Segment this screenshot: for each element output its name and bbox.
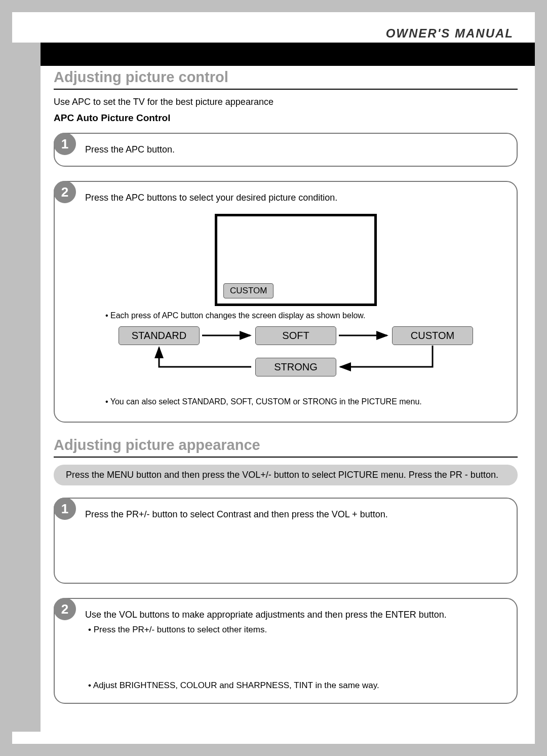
mode-soft: SOFT [255,326,336,345]
step-number-icon: 1 [54,133,76,155]
mode-strong: STRONG [255,358,336,376]
section1-title: Adjusting picture control [54,69,518,86]
section2-bullet1: Press the PR+/- buttons to select other … [88,625,506,635]
mode-flow-diagram: STANDARD SOFT CUSTOM STRONG [119,326,473,392]
content: Adjusting picture control Use APC to set… [54,67,518,718]
section1-step1-box: 1 Press the APC button. [54,133,518,167]
step-number-icon: 2 [54,598,76,620]
step-number-icon: 1 [54,498,76,520]
section1-step2-text: Press the APC buttons to select your des… [85,191,506,205]
section2-step1-text: Press the PR+/- button to select Contras… [85,508,506,521]
section1-subhead: APC Auto Picture Control [54,112,518,124]
section1-rule [54,89,518,90]
section2-rule [54,457,518,458]
section1-step2-box: 2 Press the APC buttons to select your d… [54,181,518,423]
step-number-icon: 2 [54,181,76,203]
section1-bullet2: You can also select STANDARD, SOFT, CUST… [105,397,506,406]
section1-step1-text: Press the APC button. [85,143,506,157]
header-label: OWNER'S MANUAL [386,26,514,41]
tv-mode-label: CUSTOM [223,283,274,298]
section2-title: Adjusting picture appearance [54,437,518,453]
section1-bullet1: Each press of APC button changes the scr… [105,311,506,320]
section2-step2-text: Use the VOL buttons to make appropriate … [85,608,506,622]
section2-chip: Press the MENU button and then press the… [54,465,518,485]
header-bar [12,43,535,66]
left-gutter [12,43,41,732]
mode-standard: STANDARD [119,326,200,345]
tv-screen-icon: CUSTOM [215,214,377,306]
page: OWNER'S MANUAL Adjusting picture control… [12,12,535,744]
section2-bullet2: Adjust BRIGHTNESS, COLOUR and SHARPNESS,… [88,681,506,691]
section1-intro: Use APC to set the TV for the best pictu… [54,97,518,107]
mode-custom: CUSTOM [392,326,473,345]
section2-step2-box: 2 Use the VOL buttons to make appropriat… [54,598,518,704]
section2-step1-box: 1 Press the PR+/- button to select Contr… [54,498,518,584]
